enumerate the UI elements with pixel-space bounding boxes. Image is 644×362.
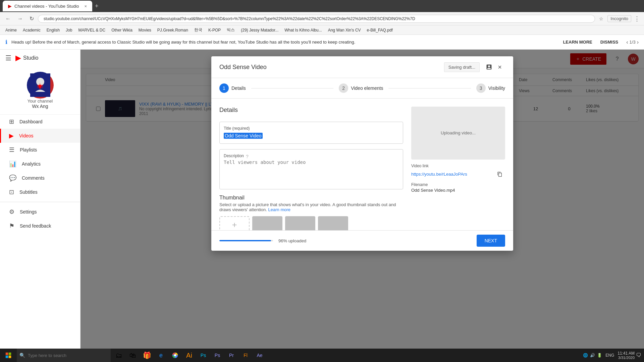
bookmark-korean[interactable]: 한국	[192, 26, 205, 34]
sidebar-item-playlists[interactable]: ☰ Playlists	[0, 143, 80, 157]
upload-thumbnail-button[interactable]: ＋	[219, 216, 250, 230]
next-button[interactable]: NEXT	[477, 235, 505, 247]
bookmark-ebill[interactable]: e-Bill_FAQ.pdf	[364, 27, 395, 33]
thumbnail-options: ＋	[219, 216, 403, 230]
learn-more-button[interactable]: LEARN MORE	[563, 40, 592, 45]
thumbnail-preview-2[interactable]	[285, 216, 315, 230]
uploading-text: Uploading video...	[441, 130, 476, 135]
sidebar-item-comments[interactable]: 💬 Comments	[0, 171, 80, 185]
sidebar-nav: ⊞ Dashboard ▶ Videos ☰ Playlists 📊 Analy…	[0, 115, 80, 362]
taskbar-app-ai[interactable]: Ai	[182, 349, 196, 362]
sidebar-item-analytics[interactable]: 📊 Analytics	[0, 157, 80, 171]
svg-rect-5	[6, 356, 8, 358]
new-tab-button[interactable]: +	[95, 3, 99, 10]
taskbar-date: 3/31/2020	[618, 356, 635, 360]
thumbnail-desc: Select or upload a picture that shows wh…	[219, 202, 403, 212]
videos-label: Videos	[19, 133, 34, 138]
back-button[interactable]: ←	[3, 14, 13, 23]
tab-close-button[interactable]: ×	[85, 4, 87, 9]
bookmark-cv[interactable]: Ang Wan Xin's CV	[325, 27, 364, 33]
studio-label: Studio	[23, 55, 38, 61]
hamburger-menu[interactable]: ☰	[5, 54, 11, 62]
settings-icon: ⚙	[9, 208, 14, 216]
taskbar-search-icon: 🔍	[19, 353, 25, 358]
dismiss-button[interactable]: DISMISS	[600, 40, 618, 45]
playlists-label: Playlists	[20, 147, 37, 153]
thumbnail-preview-1[interactable]	[252, 216, 282, 230]
title-selected-text[interactable]: Odd Sense Video	[224, 133, 263, 139]
forward-button[interactable]: →	[15, 14, 25, 23]
thumbnail-preview-3[interactable]	[318, 216, 348, 230]
taskbar-app-store[interactable]: 🛍	[126, 349, 140, 362]
language-selector[interactable]: ENG	[603, 352, 616, 358]
bookmark-english[interactable]: English	[44, 27, 62, 33]
copy-link-button[interactable]	[494, 169, 505, 180]
sidebar-item-settings[interactable]: ⚙ Settings	[0, 205, 80, 219]
extensions-button[interactable]: ⋮	[633, 15, 641, 22]
sidebar-item-dashboard[interactable]: ⊞ Dashboard	[0, 115, 80, 129]
taskbar-app-ps[interactable]: Ps	[197, 349, 210, 362]
taskbar-app-ae[interactable]: Ae	[253, 349, 266, 362]
notification-center-button[interactable]: 🗨	[636, 352, 641, 358]
sidebar: ☰ ▶ Studio 🕷 Your channel Wx Ang	[0, 50, 80, 362]
sidebar-item-subtitles[interactable]: ⊡ Subtitles	[0, 185, 80, 199]
bookmark-kpop[interactable]: K-POP	[206, 27, 223, 33]
bookmark-job[interactable]: Job	[63, 27, 75, 33]
network-icon: 🌐	[583, 353, 588, 358]
sidebar-item-videos[interactable]: ▶ Videos	[0, 129, 80, 143]
notif-prev-button[interactable]: ‹	[626, 39, 628, 45]
channel-name: Wx Ang	[32, 104, 48, 109]
taskbar-app-ps2[interactable]: Ps	[211, 349, 224, 362]
subtitles-label: Subtitles	[19, 189, 38, 195]
bookmark-star[interactable]: ☆	[596, 16, 606, 21]
modal-header: Odd Sense Video Saving draft... ×	[211, 56, 513, 78]
sidebar-item-feedback[interactable]: ⚑ Send feedback	[0, 219, 80, 233]
taskbar-app-gift[interactable]: 🎁	[140, 349, 154, 362]
taskbar-search-area[interactable]: 🔍	[17, 349, 111, 362]
channel-label: Your channel	[28, 99, 53, 104]
page-content: ℹ Heads up! Before the end of March, gen…	[0, 35, 644, 362]
video-link-url[interactable]: https://youtu.be/rLeaaJoPArs	[411, 172, 492, 177]
refresh-button[interactable]: ↻	[27, 14, 37, 23]
bookmark-academic[interactable]: Academic	[20, 27, 43, 33]
notif-next-button[interactable]: ›	[637, 39, 639, 45]
description-input[interactable]	[224, 160, 399, 200]
modal-overlay: Odd Sense Video Saving draft... ×	[80, 50, 644, 362]
taskbar-search-input[interactable]	[28, 353, 108, 358]
taskbar-app-chrome[interactable]	[168, 349, 182, 362]
step-1-number: 1	[223, 85, 225, 91]
bookmark-pj[interactable]: PJ.Greek.Roman	[155, 27, 191, 33]
bookmark-kihno[interactable]: What Is Kihno Albu...	[282, 27, 324, 33]
video-link-label: Video link	[411, 164, 505, 168]
bookmark-movies[interactable]: Movies	[136, 27, 154, 33]
video-link-row: https://youtu.be/rLeaaJoPArs	[411, 169, 505, 180]
taskbar-app-explorer[interactable]: 🗂	[112, 349, 125, 362]
step-1: 1 Details	[219, 83, 246, 93]
start-button[interactable]	[0, 349, 17, 362]
youtube-logo[interactable]: ▶ Studio	[15, 54, 38, 62]
modal-close-button[interactable]: ×	[494, 62, 505, 72]
taskbar-app-fl[interactable]: Fl	[239, 349, 252, 362]
taskbar-app-pr[interactable]: Pr	[225, 349, 238, 362]
incognito-label: Incognito	[607, 15, 631, 22]
thumbnail-learn-more[interactable]: Learn more	[268, 207, 290, 212]
bookmark-otherwikia[interactable]: Other Wikia	[109, 27, 135, 33]
browser-tab[interactable]: ▶ Channel videos - YouTube Studio ×	[3, 1, 92, 11]
title-input-container[interactable]: Odd Sense Video	[224, 132, 399, 139]
bookmark-anime[interactable]: Anime	[3, 27, 19, 33]
modal-title: Odd Sense Video	[219, 64, 444, 71]
modal-settings-button[interactable]	[484, 62, 494, 72]
description-field-group[interactable]: Description ?	[219, 149, 403, 189]
bookmark-vix[interactable]: 빅스	[224, 26, 237, 34]
saving-status: Saving draft...	[444, 62, 480, 72]
step-3-circle: 3	[476, 83, 486, 93]
address-bar[interactable]: studio.youtube.com/channel/UCcVQHXxMyksM…	[38, 15, 595, 23]
description-help-icon[interactable]: ?	[246, 154, 249, 159]
bookmark-marvel[interactable]: MARVEL & DC	[75, 27, 108, 33]
stepper: 1 Details 2 Video elements	[211, 78, 513, 99]
taskbar-time: 11:41 AM	[618, 351, 635, 356]
step-2-circle: 2	[339, 83, 348, 93]
bookmark-jessy[interactable]: (29) Jessy Matador...	[238, 27, 281, 33]
taskbar-app-ie[interactable]: e	[154, 349, 168, 362]
title-field-group[interactable]: Title (required) Odd Sense Video	[219, 122, 403, 144]
